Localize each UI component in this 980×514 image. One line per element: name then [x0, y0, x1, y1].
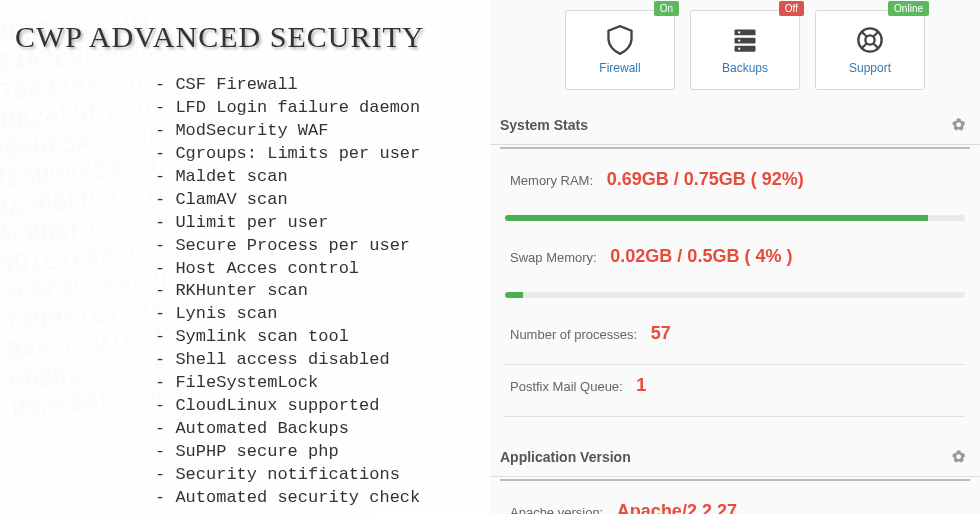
- svg-line-9: [874, 31, 879, 36]
- svg-line-11: [874, 44, 879, 49]
- feature-item: Automated security check: [155, 487, 475, 510]
- svg-rect-0: [735, 30, 756, 36]
- feature-item: SuPHP secure php: [155, 441, 475, 464]
- status-badge: On: [654, 1, 679, 16]
- swap-stat: Swap Memory: 0.02GB / 0.5GB ( 4% ): [490, 241, 980, 282]
- ram-progress: [505, 215, 965, 221]
- stat-value: 57: [651, 323, 671, 343]
- feature-item: CSF Firewall: [155, 74, 475, 97]
- svg-rect-1: [735, 38, 756, 44]
- svg-rect-2: [735, 46, 756, 52]
- stat-label: Swap Memory:: [510, 250, 597, 265]
- swap-progress: [505, 292, 965, 298]
- progress-fill: [505, 292, 523, 298]
- tile-label: Support: [849, 61, 891, 75]
- mailqueue-stat: Postfix Mail Queue: 1: [490, 370, 980, 411]
- separator: [505, 416, 965, 417]
- feature-item: ModSecurity WAF: [155, 120, 475, 143]
- support-tile[interactable]: Online Support: [815, 10, 925, 90]
- left-panel: CWP ADVANCED SECURITY CSF Firewall LFD L…: [0, 0, 490, 514]
- app-version-header: Application Version ✿: [490, 437, 980, 477]
- right-panel: On Firewall Off Backups Online Support S…: [490, 0, 980, 514]
- status-badge: Online: [888, 1, 929, 16]
- stat-label: Number of processes:: [510, 327, 637, 342]
- feature-item: RKHunter scan: [155, 280, 475, 303]
- system-stats-header: System Stats ✿: [490, 105, 980, 145]
- stat-value: 0.69GB / 0.75GB ( 92%): [607, 169, 804, 189]
- backups-tile[interactable]: Off Backups: [690, 10, 800, 90]
- svg-line-8: [861, 31, 866, 36]
- svg-line-10: [861, 44, 866, 49]
- stat-label: Apache version:: [510, 505, 603, 514]
- tile-label: Backups: [722, 61, 768, 75]
- feature-item: Automated Backups: [155, 418, 475, 441]
- tile-label: Firewall: [599, 61, 640, 75]
- firewall-tile[interactable]: On Firewall: [565, 10, 675, 90]
- processes-stat: Number of processes: 57: [490, 318, 980, 359]
- feature-item: Cgroups: Limits per user: [155, 143, 475, 166]
- stat-label: Memory RAM:: [510, 173, 593, 188]
- feature-item: Symlink scan tool: [155, 326, 475, 349]
- stat-value: 0.02GB / 0.5GB ( 4% ): [610, 246, 792, 266]
- apache-stat: Apache version: Apache/2.2.27: [490, 496, 980, 514]
- stat-value: Apache/2.2.27: [617, 501, 737, 514]
- server-icon: [731, 25, 759, 55]
- feature-item: CloudLinux supported: [155, 395, 475, 418]
- feature-item: LFD Login failure daemon: [155, 97, 475, 120]
- stat-value: 1: [636, 375, 646, 395]
- divider: [500, 147, 970, 149]
- ram-stat: Memory RAM: 0.69GB / 0.75GB ( 92%): [490, 164, 980, 205]
- shield-icon: [606, 25, 634, 55]
- tiles-row: On Firewall Off Backups Online Support: [490, 10, 980, 105]
- feature-item: Host Acces control: [155, 258, 475, 281]
- feature-item: ClamAV scan: [155, 189, 475, 212]
- feature-item: FileSystemLock: [155, 372, 475, 395]
- divider: [500, 479, 970, 481]
- separator: [505, 364, 965, 365]
- gear-icon[interactable]: ✿: [952, 115, 965, 134]
- feature-item: Shell access disabled: [155, 349, 475, 372]
- feature-item: Ulimit per user: [155, 212, 475, 235]
- feature-item: Secure Process per user: [155, 235, 475, 258]
- svg-point-3: [738, 31, 740, 33]
- section-title: Application Version: [500, 449, 631, 465]
- svg-point-4: [738, 39, 740, 41]
- stat-label: Postfix Mail Queue:: [510, 379, 623, 394]
- page-title: CWP ADVANCED SECURITY: [15, 20, 475, 54]
- feature-list: CSF Firewall LFD Login failure daemon Mo…: [155, 74, 475, 510]
- feature-item: Lynis scan: [155, 303, 475, 326]
- progress-fill: [505, 215, 928, 221]
- status-badge: Off: [779, 1, 804, 16]
- feature-item: Security notifications: [155, 464, 475, 487]
- lifebuoy-icon: [856, 25, 884, 55]
- feature-item: Maldet scan: [155, 166, 475, 189]
- section-title: System Stats: [500, 117, 588, 133]
- gear-icon[interactable]: ✿: [952, 447, 965, 466]
- svg-point-7: [865, 35, 874, 44]
- svg-point-5: [738, 48, 740, 50]
